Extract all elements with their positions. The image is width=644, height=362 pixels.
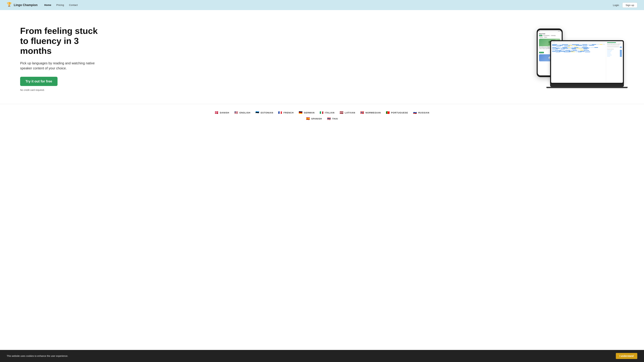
read-article-button[interactable]: Read article (539, 52, 544, 53)
lang-item-english: 🇺🇸ENGLISH (234, 111, 250, 114)
lang-label: LATVIAN (345, 111, 355, 114)
lang-item-spanish: 🇪🇸SPANISH (306, 117, 322, 120)
flag-icon: 🇪🇪 (256, 111, 259, 114)
lang-label: RUSSIAN (418, 111, 429, 114)
brand-icon: 🏆 (7, 2, 12, 8)
lang-label: FRENCH (284, 111, 294, 114)
brand-logo-link[interactable]: 🏆 Lingo Champion (7, 2, 38, 8)
status-time (539, 31, 540, 31)
tag-politics[interactable]: Politics (544, 36, 548, 38)
lang-item-portuguese: 🇵🇹PORTUGUESE (386, 111, 408, 114)
nav-home[interactable]: Home (44, 3, 51, 6)
no-card-text: No credit card required. (20, 89, 107, 91)
tag-tech[interactable]: Technology (551, 35, 556, 36)
flag-icon: 🇹🇭 (327, 117, 331, 120)
navbar-actions: Login Sign up (613, 2, 637, 8)
screen-right-panel: Say: Don't forget the word you are searc… (606, 41, 623, 83)
flag-icon: 🇮🇹 (320, 111, 324, 114)
screen-content: Say: Don't forget the word you are searc… (551, 41, 623, 83)
laptop-screen-inner: Say: Don't forget the word you are searc… (551, 41, 623, 83)
laptop-device: Say: Don't forget the word you are searc… (550, 40, 624, 90)
tag-sports[interactable]: Sports (539, 35, 542, 36)
phone-notch (546, 28, 553, 30)
screen-header (552, 42, 605, 43)
nav-pricing[interactable]: Pricing (56, 3, 64, 6)
laptop-screen-outer: Say: Don't forget the word you are searc… (550, 40, 624, 84)
nav-links: Home Pricing Contact (44, 3, 613, 6)
screen-dot-2 (553, 42, 554, 43)
hero-text: From feeling stuck to fluency in 3 month… (20, 26, 107, 91)
tag-business[interactable]: Business (539, 36, 544, 38)
languages-row-2: 🇪🇸SPANISH🇹🇭THAI (10, 117, 634, 120)
languages-row-1: 🇩🇰DANISH🇺🇸ENGLISH🇪🇪ESTONIAN🇫🇷FRENCH🇩🇪GER… (10, 111, 634, 114)
lang-label: ITALIAN (325, 111, 334, 114)
screen-dot-1 (552, 42, 553, 43)
lang-label: GERMAN (304, 111, 314, 114)
screen-left-panel (551, 41, 606, 83)
signup-button[interactable]: Sign up (622, 2, 637, 8)
login-link[interactable]: Login (613, 4, 619, 6)
lang-item-estonian: 🇪🇪ESTONIAN (256, 111, 273, 114)
nav-contact[interactable]: Contact (69, 3, 78, 6)
laptop-base (550, 84, 624, 87)
hero-subheading: Pick up languages by reading and watchin… (20, 61, 107, 71)
lang-item-thai: 🇹🇭THAI (327, 117, 338, 120)
flag-icon: 🇳🇴 (360, 111, 364, 114)
flag-icon: 🇩🇪 (299, 111, 302, 114)
lang-item-russian: 🇷🇺RUSSIAN (413, 111, 429, 114)
lang-item-danish: 🇩🇰DANISH (215, 111, 229, 114)
lang-label: NORWEGIAN (366, 111, 381, 114)
status-battery (559, 31, 560, 31)
laptop-foot (546, 87, 628, 88)
screen-dot-3 (554, 42, 555, 43)
status-signal (558, 31, 559, 31)
flag-icon: 🇫🇷 (278, 111, 282, 114)
hero-heading: From feeling stuck to fluency in 3 month… (20, 26, 107, 56)
phone-status-bar (538, 30, 562, 32)
flag-icon: 🇱🇻 (340, 111, 344, 114)
hero-devices: News Feed Sports Arts & Entertain... Tec… (537, 27, 624, 90)
languages-section: 🇩🇰DANISH🇺🇸ENGLISH🇪🇪ESTONIAN🇫🇷FRENCH🇩🇪GER… (0, 104, 644, 130)
lang-item-french: 🇫🇷FRENCH (278, 111, 294, 114)
flag-icon: 🇷🇺 (413, 111, 417, 114)
lang-item-latvian: 🇱🇻LATVIAN (340, 111, 355, 114)
lang-label: PORTUGUESE (391, 111, 408, 114)
lang-label: ESTONIAN (260, 111, 273, 114)
navbar: 🏆 Lingo Champion Home Pricing Contact Lo… (0, 0, 644, 10)
lang-item-german: 🇩🇪GERMAN (299, 111, 314, 114)
hero-section: From feeling stuck to fluency in 3 month… (0, 10, 644, 104)
flag-icon: 🇩🇰 (215, 111, 218, 114)
lang-label: DANISH (220, 111, 229, 114)
brand-name: Lingo Champion (14, 3, 38, 7)
lang-label: THAI (332, 117, 338, 120)
lang-label: SPANISH (311, 117, 322, 120)
phone-tags: Sports Arts & Entertain... Technology Bu… (539, 35, 560, 38)
flag-icon: 🇪🇸 (306, 117, 310, 120)
lang-label: ENGLISH (240, 111, 250, 114)
cta-button[interactable]: Try it out for free (20, 77, 58, 86)
lang-item-norwegian: 🇳🇴NORWEGIAN (360, 111, 381, 114)
flag-icon: 🇺🇸 (234, 111, 238, 114)
flag-icon: 🇵🇹 (386, 111, 390, 114)
phone-feed-title: News Feed (539, 33, 560, 34)
lang-item-italian: 🇮🇹ITALIAN (320, 111, 334, 114)
tag-arts[interactable]: Arts & Entertain... (543, 35, 550, 36)
